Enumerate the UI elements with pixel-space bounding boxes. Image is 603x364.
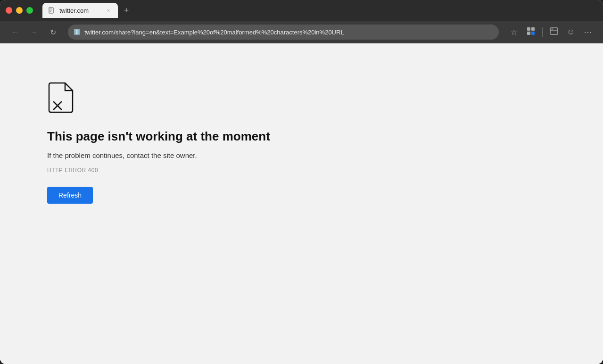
page-content: This page isn't working at the moment If… [0, 43, 603, 364]
title-bar: twitter.com × + [0, 0, 603, 21]
forward-icon: → [30, 28, 38, 36]
bookmark-button[interactable]: ☆ [506, 25, 521, 40]
adblock-button[interactable] [546, 25, 562, 40]
security-icon: ℹ️ [74, 29, 81, 35]
reload-button[interactable]: ↻ [45, 25, 60, 40]
forward-button[interactable]: → [26, 25, 41, 40]
more-button[interactable]: ⋯ [580, 25, 595, 40]
error-code: HTTP ERROR 400 [47, 167, 98, 174]
bookmark-icon: ☆ [511, 28, 517, 37]
more-icon: ⋯ [584, 27, 593, 37]
traffic-lights [6, 7, 33, 14]
back-icon: ← [11, 28, 19, 36]
nav-actions: ☆ [506, 25, 595, 40]
browser-window: twitter.com × + ← → ↻ ℹ️ twitter.com/sha… [0, 0, 603, 364]
svg-rect-5 [531, 27, 535, 31]
url-path: /share?lang=en&text=Example%20of%20malfo… [114, 29, 344, 36]
error-icon [47, 81, 75, 116]
refresh-button[interactable]: Refresh [47, 187, 93, 204]
maximize-button[interactable] [26, 7, 33, 14]
address-bar[interactable]: ℹ️ twitter.com/share?lang=en&text=Exampl… [68, 25, 499, 40]
tab-close-button[interactable]: × [105, 7, 112, 14]
nav-bar: ← → ↻ ℹ️ twitter.com/share?lang=en&text=… [0, 21, 603, 43]
svg-rect-6 [527, 32, 530, 35]
error-description: If the problem continues, contact the si… [47, 151, 197, 159]
error-heading: This page isn't working at the moment [47, 129, 270, 144]
minimize-button[interactable] [16, 7, 23, 14]
address-bar-url: twitter.com/share?lang=en&text=Example%2… [84, 29, 493, 36]
back-button[interactable]: ← [8, 25, 23, 40]
extensions-icon [526, 26, 536, 38]
extensions-button[interactable] [523, 25, 538, 40]
svg-rect-8 [550, 28, 558, 34]
nav-divider [542, 27, 543, 37]
active-tab[interactable]: twitter.com × [42, 3, 118, 18]
svg-rect-7 [531, 32, 535, 35]
emoji-button[interactable]: ☺ [563, 25, 578, 40]
reload-icon: ↻ [50, 28, 56, 37]
emoji-icon: ☺ [567, 27, 575, 37]
tab-favicon-icon [48, 7, 56, 14]
new-tab-button[interactable]: + [120, 4, 133, 17]
adblock-icon [549, 26, 559, 38]
svg-rect-4 [527, 27, 530, 31]
tab-title: twitter.com [59, 7, 101, 14]
tab-bar: twitter.com × + [42, 3, 597, 18]
url-domain: twitter.com [84, 29, 114, 36]
close-button[interactable] [6, 7, 12, 14]
